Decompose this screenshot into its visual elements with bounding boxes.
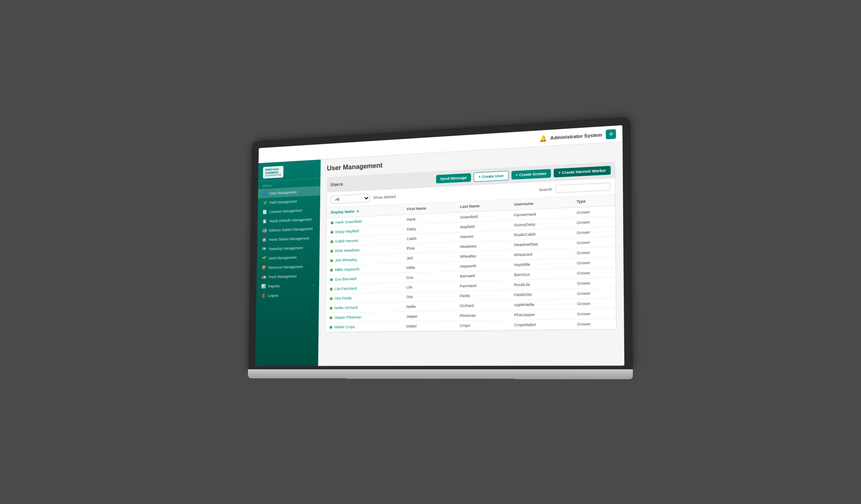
cell-last-name: Plowman — [455, 310, 510, 321]
cell-first-name: Jasper — [402, 311, 455, 322]
cell-display-name: Mabel Crops — [325, 321, 402, 332]
search-input[interactable] — [555, 182, 610, 193]
cell-username: FieldsOtis — [510, 288, 573, 300]
display-name-text: Hank Greenfield — [335, 219, 362, 224]
send-message-button[interactable]: Send Message — [436, 173, 471, 183]
display-name-text: Nellie Orchard — [334, 305, 358, 310]
township-management-icon: 🗺 — [262, 247, 266, 251]
cell-last-name: Fields — [455, 290, 510, 301]
cell-last-name: Wheatley — [455, 250, 510, 262]
sidebar-label-home-station: Home Station Management — [269, 236, 309, 241]
sidebar-label-logout: Logout — [268, 293, 278, 297]
cell-first-name: Otis — [402, 291, 455, 302]
users-section-label: Users — [331, 181, 343, 187]
display-name-text: Otis Fields — [334, 296, 352, 300]
truck-management-icon: 🚛 — [261, 275, 266, 279]
cell-last-name: Hayworth — [455, 260, 510, 271]
display-name-text: Mabel Crops — [334, 325, 355, 329]
cell-username: WheatJed — [510, 248, 572, 260]
display-name-text: Lila Farmland — [334, 286, 356, 291]
sidebar-label-seed-management: Seed Management — [269, 255, 297, 260]
cell-type: Grower — [572, 226, 616, 238]
cell-type: Grower — [572, 236, 616, 248]
cell-display-name: Lila Farmland — [326, 282, 402, 294]
reports-icon: 📊 — [261, 284, 266, 289]
home-station-icon: 🏠 — [262, 237, 266, 242]
admin-avatar-icon: ⚙ — [609, 131, 613, 136]
field-management-icon: 🌾 — [263, 200, 267, 205]
status-dot — [330, 259, 333, 262]
cell-first-name: Mabel — [402, 321, 455, 331]
status-dot — [331, 230, 334, 233]
sidebar-label-township-management: Township Management — [269, 246, 303, 251]
display-name-text: Jasper Plowman — [334, 315, 362, 319]
sidebar-label-yearly-defaults: Yearly Defaults Management — [269, 217, 312, 223]
sidebar: MINN·DAK FARMERS COOPERATIVE MENU 👤 User… — [255, 159, 321, 366]
cell-display-name: Jasper Plowman — [325, 312, 402, 322]
sidebar-label-delivery-station: Delivery Station Management — [269, 226, 313, 232]
create-harvest-worker-button[interactable]: + Create Harvest Worker — [554, 166, 610, 177]
cell-type: Grower — [572, 216, 616, 228]
cell-type: Grower — [572, 267, 616, 278]
cell-last-name: Crops — [455, 320, 510, 331]
create-user-button[interactable]: + Create User — [474, 170, 508, 182]
cell-first-name: Gus — [402, 271, 455, 282]
cell-last-name: Orchard — [455, 300, 510, 310]
cell-display-name: Nellie Orchard — [325, 302, 402, 312]
sidebar-label-user-management: User Management — [269, 190, 297, 195]
user-management-icon: 👤 — [263, 191, 267, 196]
sidebar-label-reports: Reports — [268, 284, 280, 288]
cell-type: Grower — [573, 318, 616, 329]
display-name-text: Gus Barnwell — [335, 276, 356, 281]
reports-arrow-icon: › — [313, 283, 315, 287]
status-dot — [330, 306, 333, 309]
show-deleted-label: Show deleted — [373, 195, 396, 200]
cell-type: Grower — [572, 247, 616, 258]
sidebar-label-contract-management: Contract Management — [269, 208, 302, 214]
cell-first-name: Millie — [402, 261, 455, 272]
status-dot — [330, 287, 333, 290]
admin-name: Administrator System — [550, 132, 602, 140]
col-type: Type — [572, 195, 615, 207]
status-dot — [330, 278, 333, 281]
cell-username: CropsMabel — [510, 319, 573, 330]
cell-username: BarnGus — [510, 268, 572, 280]
cell-type: Grower — [572, 257, 616, 268]
cell-first-name: Lila — [402, 281, 455, 292]
cell-type: Grower — [572, 288, 616, 299]
create-grower-button[interactable]: + Create Grower — [511, 169, 551, 179]
type-filter-select[interactable]: All Grower Harvest Worker — [331, 194, 370, 204]
cell-last-name: Barnwell — [455, 270, 510, 281]
status-dot — [331, 240, 334, 243]
sidebar-label-truck-management: Truck Management — [268, 274, 297, 278]
status-dot — [330, 249, 333, 252]
display-name-text: Caleb Harvest — [335, 238, 359, 244]
users-table-container: All Grower Harvest Worker Show deleted S… — [325, 178, 616, 332]
cell-type: Grower — [573, 308, 616, 319]
contract-management-icon: 📄 — [262, 210, 267, 214]
logout-icon: 🚪 — [261, 293, 266, 298]
seed-management-icon: 🌱 — [262, 256, 266, 261]
sidebar-item-logout[interactable]: 🚪 Logout — [256, 290, 319, 300]
sidebar-item-reports[interactable]: 📊 Reports › — [257, 280, 319, 291]
admin-avatar: ⚙ — [606, 129, 616, 139]
status-dot — [329, 325, 332, 328]
resource-management-icon: 📦 — [261, 265, 266, 270]
status-dot — [330, 268, 333, 271]
cell-username: RuralLila — [510, 278, 573, 290]
display-name-text: Daisy Mayfield — [335, 229, 359, 234]
cell-first-name: Nellie — [402, 301, 455, 312]
cell-last-name: Meadows — [455, 240, 509, 251]
bell-icon[interactable]: 🔔 — [539, 134, 547, 142]
status-dot — [329, 316, 332, 319]
cell-first-name: Elsie — [403, 242, 456, 254]
delivery-station-icon: 🏭 — [262, 228, 267, 233]
cell-last-name: Farmland — [455, 280, 510, 291]
status-dot — [330, 297, 333, 300]
cell-type: Grower — [572, 277, 616, 288]
display-name-text: Jed Wheatley — [335, 257, 357, 262]
cell-username: AppleNellie — [510, 299, 573, 310]
cell-username: PlowJasper — [510, 309, 573, 320]
sidebar-item-truck-management[interactable]: 🚛 Truck Management — [257, 271, 319, 282]
cell-type: Grower — [573, 298, 616, 309]
